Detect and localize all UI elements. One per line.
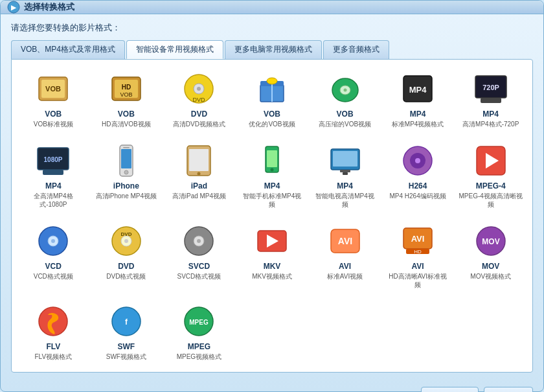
svg-point-30: [124, 170, 128, 174]
cancel-button[interactable]: 取消: [484, 387, 533, 392]
format-item-mp4-tv[interactable]: MP4 智能电视高清MP4视频: [310, 138, 380, 213]
format-icon-dvd: DVD: [181, 71, 217, 107]
window-icon: ▶: [7, 1, 20, 14]
format-item-ipad[interactable]: iPad 高清iPad MP4视频: [164, 138, 234, 213]
format-icon-mov: MOV: [473, 223, 509, 259]
tab-vob-mp4[interactable]: VOB、MP4格式及常用格式: [11, 40, 125, 59]
format-desc-vob-std: VOB标准视频: [34, 120, 73, 128]
format-name-dvd: DVD: [191, 110, 207, 119]
format-icon-mp4-std: MP4: [400, 71, 436, 107]
format-item-svcd[interactable]: SVCD SVCD格式视频: [164, 218, 234, 294]
svg-text:MP4: MP4: [409, 85, 427, 95]
format-name-svcd: SVCD: [188, 262, 210, 271]
format-desc-mpeg: MPEG视频格式: [177, 352, 221, 361]
format-item-iphone[interactable]: iPhone 高清iPhone MP4视频: [91, 138, 162, 213]
format-item-mpeg4[interactable]: MPEG-4 MPEG-4视频高清晰视频: [455, 138, 526, 213]
format-name-vob-hd: VOB: [118, 110, 135, 119]
format-desc-flv: FLV视频格式: [34, 352, 72, 361]
format-desc-mp4-mobile: 智能手机标准MP4视频: [240, 192, 304, 209]
format-item-avi-hd[interactable]: AVIHD AVI HD高清晰AVI标准视频: [383, 218, 453, 294]
format-desc-ipad: 高清iPad MP4视频: [172, 192, 226, 200]
svg-text:HD: HD: [122, 84, 131, 91]
format-item-avi-std[interactable]: AVI AVI 标准AVI视频: [310, 218, 380, 294]
svg-text:MOV: MOV: [482, 237, 499, 246]
svg-point-44: [415, 158, 420, 163]
format-panel: VOB VOB VOB标准视频 HDVOB VOB HD高清VOB视频 DVD …: [11, 59, 533, 373]
svg-text:MPEG: MPEG: [190, 319, 209, 326]
format-icon-avi-std: AVI: [327, 223, 363, 259]
format-desc-swf: SWF视频格式: [106, 352, 146, 361]
svg-text:AVI: AVI: [337, 236, 352, 246]
format-name-mp4-tv: MP4: [337, 181, 353, 190]
format-icon-mp4-tv: [327, 143, 363, 179]
format-desc-avi-std: 标准AVI视频: [327, 272, 363, 281]
format-name-dvd2: DVD: [118, 262, 134, 271]
next-button[interactable]: 下一步: [421, 387, 479, 392]
format-item-flv[interactable]: FLV FLV视频格式: [18, 299, 89, 365]
format-icon-vob-hd: HDVOB: [108, 71, 144, 107]
format-icon-h264: [400, 143, 436, 179]
format-icon-dvd2: DVD: [108, 223, 144, 259]
format-desc-h264: MP4 H264编码视频: [390, 192, 446, 200]
tab-pc-video[interactable]: 更多电脑常用视频格式: [225, 40, 322, 59]
format-desc-svcd: SVCD格式视频: [177, 272, 221, 281]
format-item-dvd[interactable]: DVD DVD 高清DVD视频格式: [164, 66, 234, 133]
svg-rect-41: [343, 172, 348, 175]
format-icon-vob-std: VOB: [35, 71, 71, 107]
svg-text:DVD: DVD: [193, 97, 206, 103]
format-item-dvd2[interactable]: DVD DVD DVD格式视频: [91, 218, 162, 294]
format-name-flv: FLV: [46, 342, 60, 351]
format-item-mov[interactable]: MOV MOV MOV视频格式: [455, 218, 526, 294]
format-item-mp4-720p[interactable]: 720P MP4 高清MP4格式-720P: [455, 66, 526, 133]
svg-rect-27: [43, 170, 63, 175]
format-item-mpeg[interactable]: MPEG MPEG MPEG视频格式: [164, 299, 234, 365]
format-name-h264: H264: [409, 181, 427, 190]
format-item-mp4-std[interactable]: MP4 MP4 标准MP4视频格式: [383, 66, 453, 133]
svg-text:DVD: DVD: [120, 231, 131, 237]
format-item-mkv[interactable]: MKV MKV视频格式: [237, 218, 308, 294]
format-icon-svcd: [181, 223, 217, 259]
format-name-avi-hd: AVI: [412, 262, 424, 271]
format-desc-vcd: VCD格式视频: [34, 272, 73, 281]
format-item-h264[interactable]: H264 MP4 H264编码视频: [383, 138, 453, 213]
format-name-mkv: MKV: [264, 262, 281, 271]
format-desc-mp4-1080p: 全高清MP4格式-1080P: [21, 192, 85, 209]
format-item-swf[interactable]: f SWF SWF视频格式: [91, 299, 162, 365]
svg-text:HD: HD: [414, 249, 422, 255]
format-desc-vob-hd: HD高清VOB视频: [102, 120, 151, 128]
format-item-mp4-1080p[interactable]: 1080P MP4 全高清MP4格式-1080P: [18, 138, 89, 213]
tab-audio[interactable]: 更多音频格式: [323, 40, 389, 59]
format-icon-mkv: [254, 223, 290, 259]
format-item-mp4-mobile[interactable]: MP4 智能手机标准MP4视频: [237, 138, 308, 213]
format-item-vcd[interactable]: VCD VCD格式视频: [18, 218, 89, 294]
svg-rect-24: [481, 98, 501, 103]
format-desc-mkv: MKV视频格式: [252, 272, 292, 281]
format-icon-ipad: [181, 143, 217, 179]
svg-text:VOB: VOB: [45, 85, 61, 93]
format-desc-mp4-std: 标准MP4视频格式: [392, 120, 444, 128]
svg-text:AVI: AVI: [411, 234, 425, 244]
main-content: 请选择您要转换的影片格式： VOB、MP4格式及常用格式 智能设备常用视频格式 …: [1, 14, 543, 380]
format-icon-vcd: [35, 223, 71, 259]
format-desc-mov: MOV视频格式: [470, 272, 511, 281]
svg-point-52: [124, 239, 128, 243]
svg-rect-33: [189, 149, 209, 171]
format-item-vob-hc[interactable]: VOB 高压缩的VOB视频: [310, 66, 380, 133]
format-icon-flv: [35, 303, 71, 340]
svg-rect-39: [333, 151, 357, 167]
format-desc-avi-hd: HD高清晰AVI标准视频: [386, 272, 450, 289]
svg-point-11: [197, 87, 201, 91]
format-item-vob-opt[interactable]: VOB 优化的VOB视频: [237, 66, 308, 133]
tab-smart-device[interactable]: 智能设备常用视频格式: [126, 40, 223, 59]
format-item-vob-hd[interactable]: HDVOB VOB HD高清VOB视频: [91, 66, 162, 133]
format-item-vob-std[interactable]: VOB VOB VOB标准视频: [18, 66, 89, 133]
format-grid: VOB VOB VOB标准视频 HDVOB VOB HD高清VOB视频 DVD …: [18, 66, 526, 365]
format-name-mp4-std: MP4: [410, 110, 426, 119]
svg-point-16: [267, 78, 277, 84]
format-name-mpeg4: MPEG-4: [476, 181, 506, 190]
window-title: 选择转换格式: [24, 1, 74, 13]
format-name-mpeg: MPEG: [188, 342, 210, 351]
format-name-swf: SWF: [118, 342, 135, 351]
format-desc-iphone: 高清iPhone MP4视频: [96, 192, 157, 200]
format-icon-vob-opt: [254, 71, 290, 107]
